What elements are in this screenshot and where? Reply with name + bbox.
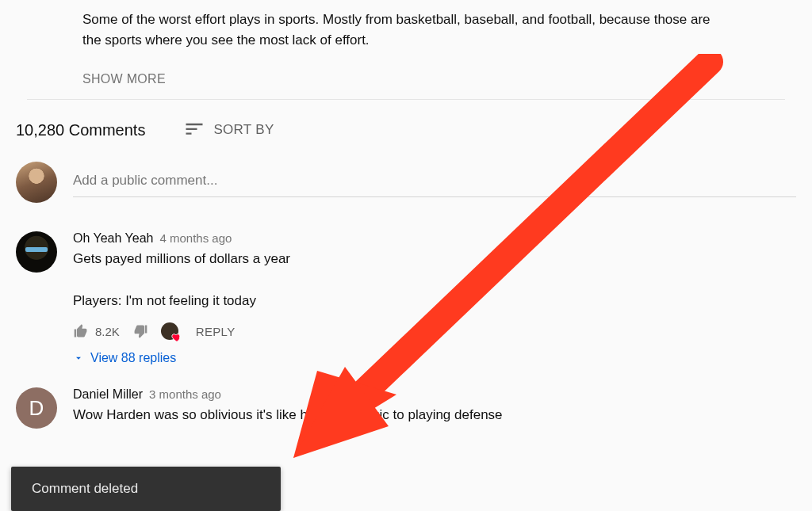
like-count: 8.2K	[95, 325, 120, 338]
commenter-avatar[interactable]: D	[16, 387, 57, 429]
user-avatar[interactable]	[16, 162, 57, 203]
thumbs-down-icon[interactable]	[132, 323, 148, 339]
commenter-avatar[interactable]	[16, 231, 57, 273]
sort-icon	[183, 119, 205, 141]
comment-timestamp[interactable]: 3 months ago	[149, 387, 221, 401]
comment-text: Gets payed millions of dollars a year Pl…	[73, 246, 796, 311]
comment-item: Oh Yeah Yeah 4 months ago Gets payed mil…	[16, 209, 796, 365]
sort-label: SORT BY	[213, 122, 274, 138]
view-replies-label: View 88 replies	[90, 351, 176, 365]
comment-item: D Daniel Miller 3 months ago Wow Harden …	[16, 365, 796, 429]
sort-button[interactable]: SORT BY	[183, 119, 274, 141]
show-more-button[interactable]: SHOW MORE	[82, 72, 166, 86]
comment-input[interactable]	[73, 168, 796, 197]
chevron-down-icon	[73, 353, 84, 364]
comment-timestamp[interactable]: 4 months ago	[159, 231, 232, 245]
video-description: Some of the worst effort plays in sports…	[16, 0, 730, 50]
comment-author[interactable]: Oh Yeah Yeah	[73, 231, 153, 246]
thumbs-up-icon[interactable]	[73, 323, 89, 339]
comment-actions: 8.2K REPLY	[73, 322, 796, 340]
comment-author[interactable]: Daniel Miller	[73, 387, 143, 402]
reply-button[interactable]: REPLY	[196, 325, 236, 338]
add-comment-row	[16, 162, 796, 209]
view-replies-button[interactable]: View 88 replies	[73, 351, 796, 365]
comments-header: 10,280 Comments SORT BY	[16, 100, 796, 162]
comment-text: Wow Harden was so oblivious it's like he…	[73, 402, 796, 425]
comments-count: 10,280 Comments	[16, 121, 145, 139]
toast-comment-deleted: Comment deleted	[11, 467, 281, 511]
creator-heart-icon	[161, 322, 178, 340]
